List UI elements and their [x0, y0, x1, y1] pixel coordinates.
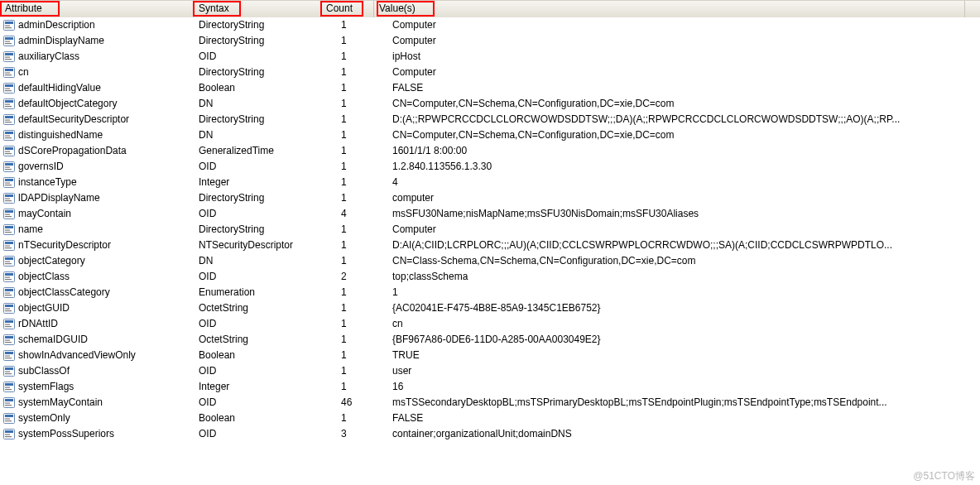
cell-attribute: lDAPDisplayName — [0, 190, 194, 206]
table-row[interactable]: cnDirectoryString1Computer — [0, 65, 980, 80]
cell-value: Computer — [374, 33, 980, 49]
cell-count: 1 — [321, 159, 374, 175]
column-header-values[interactable]: Value(s) — [374, 1, 965, 17]
attribute-name: systemOnly — [18, 411, 70, 426]
cell-value: Computer — [374, 222, 980, 238]
cell-count: 1 — [321, 238, 374, 253]
attribute-name: adminDisplayName — [18, 33, 104, 49]
attribute-icon — [3, 382, 15, 392]
cell-value: FALSE — [374, 411, 980, 426]
cell-syntax: DirectoryString — [194, 17, 321, 33]
cell-syntax: DN — [194, 127, 321, 143]
cell-syntax: DN — [194, 96, 321, 112]
attribute-icon — [3, 36, 15, 46]
cell-syntax: DirectoryString — [194, 190, 321, 206]
table-row[interactable]: instanceTypeInteger14 — [0, 175, 980, 190]
cell-attribute: defaultObjectCategory — [0, 96, 194, 112]
attribute-name: auxiliaryClass — [18, 49, 79, 65]
table-row[interactable]: nameDirectoryString1Computer — [0, 222, 980, 238]
table-row[interactable]: objectClassOID2top;classSchema — [0, 269, 980, 285]
table-row[interactable]: systemPossSuperiorsOID3container;organiz… — [0, 426, 980, 442]
cell-attribute: systemOnly — [0, 411, 194, 426]
table-row[interactable]: systemOnlyBoolean1FALSE — [0, 411, 980, 426]
cell-count: 1 — [321, 332, 374, 348]
cell-count: 1 — [321, 49, 374, 65]
cell-syntax: NTSecurityDescriptor — [194, 238, 321, 253]
cell-value: computer — [374, 190, 980, 206]
column-header-count[interactable]: Count — [321, 1, 374, 17]
table-row[interactable]: auxiliaryClassOID1ipHost — [0, 49, 980, 65]
table-row[interactable]: defaultObjectCategoryDN1CN=Computer,CN=S… — [0, 96, 980, 112]
attribute-name: defaultObjectCategory — [18, 96, 117, 112]
cell-count: 1 — [321, 411, 374, 426]
cell-count: 1 — [321, 17, 374, 33]
cell-count: 1 — [321, 190, 374, 206]
table-row[interactable]: schemaIDGUIDOctetString1{BF967A86-0DE6-1… — [0, 332, 980, 348]
cell-value: Computer — [374, 65, 980, 80]
attribute-name: defaultSecurityDescriptor — [18, 112, 129, 127]
attribute-icon — [3, 271, 15, 282]
table-row[interactable]: subClassOfOID1user — [0, 363, 980, 379]
attribute-icon — [3, 334, 15, 345]
cell-value: 1601/1/1 8:00:00 — [374, 143, 980, 159]
attribute-name: objectCategory — [18, 253, 85, 269]
cell-count: 1 — [321, 143, 374, 159]
table-row[interactable]: objectCategoryDN1CN=Class-Schema,CN=Sche… — [0, 253, 980, 269]
cell-attribute: systemPossSuperiors — [0, 426, 194, 442]
attribute-name: dSCorePropagationData — [18, 143, 127, 159]
cell-attribute: systemMayContain — [0, 395, 194, 411]
cell-syntax: OID — [194, 316, 321, 332]
cell-syntax: GeneralizedTime — [194, 143, 321, 159]
attribute-icon — [3, 287, 15, 298]
cell-attribute: defaultSecurityDescriptor — [0, 112, 194, 127]
cell-count: 1 — [321, 65, 374, 80]
table-row[interactable]: mayContainOID4msSFU30Name;nisMapName;msS… — [0, 206, 980, 222]
attribute-name: systemPossSuperiors — [18, 426, 114, 442]
column-header-syntax[interactable]: Syntax — [194, 1, 321, 17]
cell-value: msSFU30Name;nisMapName;msSFU30NisDomain;… — [374, 206, 980, 222]
attribute-name: subClassOf — [18, 363, 70, 379]
cell-value: D:AI(A;CIID;LCRPLORC;;;AU)(A;CIID;CCLCSW… — [374, 238, 980, 253]
cell-syntax: OID — [194, 49, 321, 65]
cell-count: 2 — [321, 269, 374, 285]
cell-value: FALSE — [374, 80, 980, 96]
table-row[interactable]: adminDisplayNameDirectoryString1Computer — [0, 33, 980, 49]
cell-count: 3 — [321, 426, 374, 442]
table-row[interactable]: distinguishedNameDN1CN=Computer,CN=Schem… — [0, 127, 980, 143]
table-row[interactable]: objectClassCategoryEnumeration11 — [0, 285, 980, 300]
cell-count: 1 — [321, 112, 374, 127]
table-row[interactable]: dSCorePropagationDataGeneralizedTime1160… — [0, 143, 980, 159]
attribute-name: governsID — [18, 159, 64, 175]
table-row[interactable]: nTSecurityDescriptorNTSecurityDescriptor… — [0, 238, 980, 253]
table-row[interactable]: systemFlagsInteger116 — [0, 379, 980, 395]
attribute-name: objectClassCategory — [18, 285, 110, 300]
cell-attribute: objectCategory — [0, 253, 194, 269]
cell-attribute: objectGUID — [0, 300, 194, 316]
table-row[interactable]: adminDescriptionDirectoryString1Computer — [0, 17, 980, 33]
cell-value: CN=Computer,CN=Schema,CN=Configuration,D… — [374, 127, 980, 143]
cell-value: CN=Class-Schema,CN=Schema,CN=Configurati… — [374, 253, 980, 269]
cell-attribute: rDNAttID — [0, 316, 194, 332]
table-row[interactable]: defaultHidingValueBoolean1FALSE — [0, 80, 980, 96]
attribute-name: adminDescription — [18, 17, 95, 33]
attribute-icon — [3, 350, 15, 361]
table-row[interactable]: objectGUIDOctetString1{AC02041E-F475-4B8… — [0, 300, 980, 316]
cell-attribute: objectClassCategory — [0, 285, 194, 300]
table-row[interactable]: governsIDOID11.2.840.113556.1.3.30 — [0, 159, 980, 175]
attribute-icon — [3, 209, 15, 219]
table-row[interactable]: showInAdvancedViewOnlyBoolean1TRUE — [0, 348, 980, 363]
table-row[interactable]: rDNAttIDOID1cn — [0, 316, 980, 332]
cell-syntax: Boolean — [194, 348, 321, 363]
attribute-name: objectClass — [18, 269, 70, 285]
table-row[interactable]: systemMayContainOID46msTSSecondaryDeskto… — [0, 395, 980, 411]
cell-syntax: Boolean — [194, 411, 321, 426]
attribute-name: distinguishedName — [18, 127, 103, 143]
cell-syntax: DirectoryString — [194, 222, 321, 238]
cell-count: 1 — [321, 348, 374, 363]
table-row[interactable]: lDAPDisplayNameDirectoryString1computer — [0, 190, 980, 206]
cell-count: 1 — [321, 379, 374, 395]
cell-count: 1 — [321, 363, 374, 379]
table-row[interactable]: defaultSecurityDescriptorDirectoryString… — [0, 112, 980, 127]
cell-attribute: mayContain — [0, 206, 194, 222]
column-header-attribute[interactable]: Attribute — [0, 1, 194, 17]
